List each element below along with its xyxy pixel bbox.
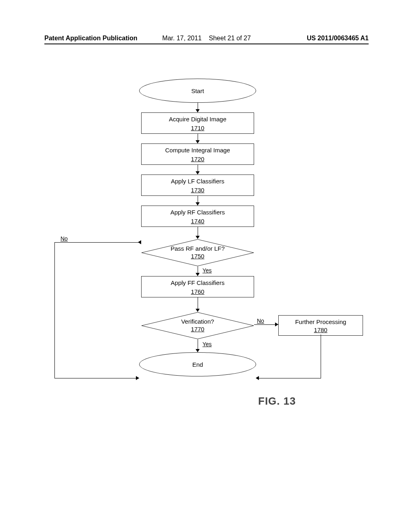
step-ff: Apply FF Classifiers 1760 (141, 276, 254, 297)
start-label: Start (191, 87, 204, 94)
decision-label: Pass RF and/or LF? (171, 245, 225, 253)
connector-line (54, 378, 139, 378)
connector-line (321, 335, 321, 378)
decision-verification: Verification? 1770 (141, 312, 254, 339)
arrow-right-icon (136, 376, 139, 380)
arrow-down-icon (196, 339, 200, 352)
step-ref: 1730 (191, 186, 204, 194)
arrow-down-icon (196, 196, 200, 206)
step-acquire: Acquire Digital Image 1710 (141, 112, 254, 134)
arrow-left-icon (256, 376, 259, 380)
arrow-down-icon (196, 297, 200, 312)
step-ref: 1760 (191, 288, 204, 296)
step-rf: Apply RF Classifiers 1740 (141, 206, 254, 227)
step-label: Acquire Digital Image (146, 115, 250, 123)
step-label: Further Processing (282, 318, 359, 326)
arrow-left-icon (138, 240, 141, 244)
end-label: End (192, 361, 203, 368)
decision-label: Verification? (181, 318, 214, 326)
step-label: Compute Integral Image (146, 146, 250, 154)
no-label: No (60, 235, 68, 242)
connector-line (54, 242, 141, 243)
start-terminal: Start (139, 79, 256, 103)
step-lf: Apply LF Classifiers 1730 (141, 175, 254, 196)
arrow-down-icon (196, 266, 200, 276)
end-terminal: End (139, 352, 256, 376)
step-further-processing: Further Processing 1780 (278, 315, 363, 336)
header-pubnum: US 2011/0063465 A1 (307, 35, 369, 42)
figure-label: FIG. 13 (258, 395, 296, 407)
arrow-down-icon (196, 134, 200, 143)
arrow-down-icon (196, 103, 200, 112)
arrow-down-icon (196, 165, 200, 175)
step-integral: Compute Integral Image 1720 (141, 143, 254, 165)
connector-line (54, 242, 55, 378)
decision-pass-rf-lf: Pass RF and/or LF? 1750 (141, 239, 254, 266)
step-ref: 1740 (191, 217, 204, 225)
no-label: No (257, 318, 264, 324)
arrow-right-icon (275, 322, 278, 326)
decision-ref: 1750 (171, 253, 225, 260)
header-mid: Mar. 17, 2011 Sheet 21 of 27 (162, 35, 251, 42)
yes-label: Yes (202, 267, 212, 274)
connector-line (254, 324, 278, 325)
connector-line (258, 378, 321, 378)
arrow-down-icon (196, 227, 200, 239)
header-publication-type: Patent Application Publication (44, 35, 138, 42)
page-header: Patent Application Publication Mar. 17, … (44, 35, 369, 44)
header-sheet: Sheet 21 of 27 (209, 35, 251, 42)
step-label: Apply RF Classifiers (146, 208, 250, 216)
step-label: Apply LF Classifiers (146, 177, 250, 185)
step-ref: 1780 (282, 326, 359, 334)
yes-label: Yes (202, 341, 212, 347)
step-ref: 1720 (191, 155, 204, 163)
step-label: Apply FF Classifiers (146, 279, 250, 287)
header-date: Mar. 17, 2011 (162, 35, 202, 42)
step-ref: 1710 (191, 124, 204, 132)
decision-ref: 1770 (181, 326, 214, 333)
